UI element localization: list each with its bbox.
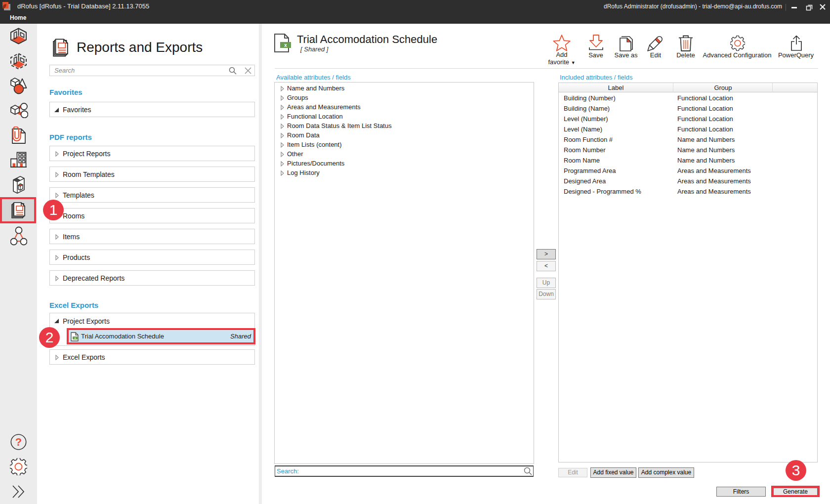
svg-text:?: ? <box>15 436 22 448</box>
svg-text:x: x <box>284 42 287 48</box>
